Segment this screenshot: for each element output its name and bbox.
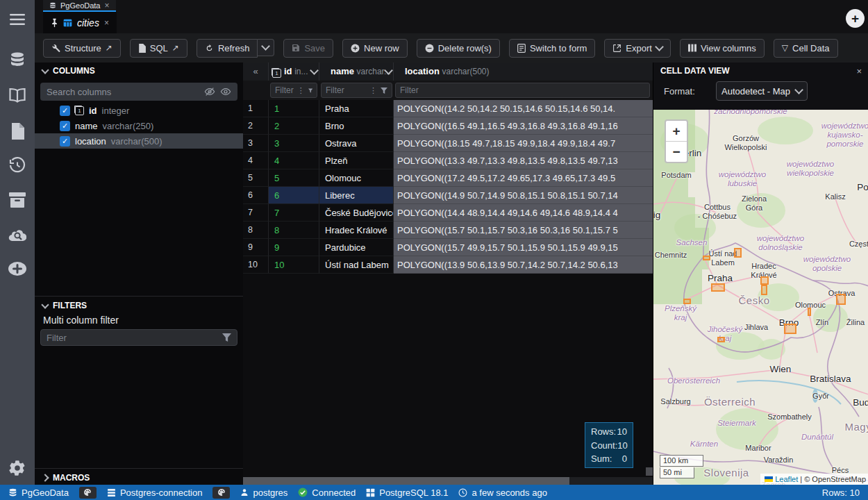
table-row[interactable]: 22BrnoPOLYGON((16.5 49.1,16.5 49.3,16.8 … xyxy=(243,117,653,135)
close-icon[interactable]: × xyxy=(104,1,109,10)
polygon-marker[interactable] xyxy=(711,283,725,292)
column-item-location[interactable]: ✓ location varchar(500) xyxy=(35,133,243,149)
leaflet-map[interactable]: zachodniopomorskieGorzów Wielkopolskiwoj… xyxy=(653,110,868,485)
search-columns-input[interactable]: Search columns xyxy=(40,83,237,101)
cell-id[interactable]: 3 xyxy=(269,135,319,152)
cell-name[interactable]: Brno xyxy=(319,117,394,135)
table-row[interactable]: 33OstravaPOLYGON((18.15 49.7,18.15 49.9,… xyxy=(243,135,653,152)
polygon-marker[interactable] xyxy=(836,294,846,305)
polygon-marker[interactable] xyxy=(703,256,710,260)
funnel-icon[interactable] xyxy=(308,88,312,94)
polygon-marker[interactable] xyxy=(760,276,769,285)
database-nav-icon[interactable] xyxy=(0,47,35,72)
polygon-marker[interactable] xyxy=(808,308,811,316)
checkbox-checked[interactable]: ✓ xyxy=(60,136,70,147)
settings-gear-icon[interactable] xyxy=(0,456,35,481)
connection-color-badge[interactable] xyxy=(212,487,230,499)
format-select[interactable]: Autodetect - Map xyxy=(716,81,808,101)
cell-name[interactable]: Plzeň xyxy=(319,152,394,169)
cell-id[interactable]: 9 xyxy=(269,239,319,256)
table-row[interactable]: 88Hradec KrálovéPOLYGON((15.7 50.1,15.7 … xyxy=(243,222,653,239)
cell-id[interactable]: 1 xyxy=(269,100,319,117)
cell-name[interactable]: Ostrava xyxy=(319,135,394,152)
save-button[interactable]: Save xyxy=(283,39,333,58)
checkbox-checked[interactable]: ✓ xyxy=(60,106,70,116)
cell-location[interactable]: POLYGON((15.7 50.1,15.7 50.3,16 50.3,16 … xyxy=(394,222,653,239)
macros-section-header[interactable]: MACROS xyxy=(35,469,243,486)
table-row[interactable]: 55OlomoucPOLYGON((17.2 49.5,17.2 49.65,1… xyxy=(243,169,653,187)
refresh-button[interactable]: Refresh xyxy=(197,39,258,58)
history-nav-icon[interactable] xyxy=(0,153,35,178)
table-row[interactable]: 11PrahaPOLYGON((14.2 50,14.2 50.15,14.6 … xyxy=(243,100,653,117)
cloud-search-nav-icon[interactable] xyxy=(0,222,35,247)
cell-name[interactable]: Praha xyxy=(319,100,394,117)
cell-location[interactable]: POLYGON((18.15 49.7,18.15 49.9,18.4 49.9… xyxy=(394,135,653,152)
file-nav-icon[interactable] xyxy=(0,119,35,144)
eye-icon[interactable] xyxy=(220,87,231,97)
kebab-menu-icon[interactable]: ⋮ xyxy=(369,86,377,95)
tab-table-cities[interactable]: cities × xyxy=(43,12,117,33)
polygon-marker[interactable] xyxy=(683,299,691,304)
status-user[interactable]: postgres xyxy=(240,488,287,498)
menu-hamburger-icon[interactable] xyxy=(0,7,35,32)
refresh-dropdown[interactable] xyxy=(258,39,274,56)
polygon-marker[interactable] xyxy=(717,337,725,342)
sql-button[interactable]: SQL ↗ xyxy=(130,39,187,58)
tab-database-pggeodata[interactable]: PgGeoData × xyxy=(43,0,116,12)
table-row[interactable]: 66LiberecPOLYGON((14.9 50.7,14.9 50.8,15… xyxy=(243,187,653,204)
filter-input-location[interactable]: Filter xyxy=(395,83,650,98)
view-columns-button[interactable]: View columns xyxy=(680,39,765,58)
funnel-icon[interactable] xyxy=(222,333,231,342)
column-item-name[interactable]: ✓ name varchar(250) xyxy=(35,118,243,133)
status-connection[interactable]: Postgres-connection xyxy=(107,488,203,498)
table-row[interactable]: 77České BudějovicePOLYGON((14.4 48.9,14.… xyxy=(243,204,653,222)
cell-location[interactable]: POLYGON((14.4 48.9,14.4 49,14.6 49,14.6 … xyxy=(394,204,653,222)
cell-id[interactable]: 7 xyxy=(269,204,319,222)
cell-id[interactable]: 8 xyxy=(269,222,319,239)
cell-name[interactable]: Pardubice xyxy=(319,239,394,256)
cell-name[interactable]: Liberec xyxy=(319,187,394,204)
status-connected[interactable]: Connected xyxy=(298,488,356,498)
cell-location[interactable]: POLYGON((13.3 49.7,13.3 49.8,13.5 49.8,1… xyxy=(394,152,653,169)
cell-name[interactable]: České Budějovice xyxy=(319,204,394,222)
cell-name[interactable]: Ústí nad Labem xyxy=(319,256,394,274)
cell-location[interactable]: POLYGON((16.5 49.1,16.5 49.3,16.8 49.3,1… xyxy=(394,117,653,135)
table-row[interactable]: 99PardubicePOLYGON((15.7 49.9,15.7 50.1,… xyxy=(243,239,653,256)
new-tab-button[interactable]: + xyxy=(846,9,865,28)
cell-location[interactable]: POLYGON((15.7 49.9,15.7 50.1,15.9 50.1,1… xyxy=(394,239,653,256)
filter-input-name[interactable]: Filter ⋮ xyxy=(321,83,392,98)
osm-attribution[interactable]: | © OpenStreetMap xyxy=(800,475,866,483)
polygon-marker[interactable] xyxy=(784,324,796,334)
vertical-scrollbar[interactable] xyxy=(646,467,653,476)
close-icon[interactable]: × xyxy=(856,66,862,76)
cell-id[interactable]: 6 xyxy=(269,187,319,204)
table-row[interactable]: 44PlzeňPOLYGON((13.3 49.7,13.3 49.8,13.5… xyxy=(243,152,653,169)
filter-input-id[interactable]: Filter ⋮ xyxy=(270,83,317,98)
checkbox-checked[interactable]: ✓ xyxy=(60,121,70,131)
polygon-marker[interactable] xyxy=(734,248,742,258)
close-icon[interactable]: × xyxy=(104,18,109,28)
delete-rows-button[interactable]: Delete row(s) xyxy=(417,39,500,58)
switch-to-form-button[interactable]: Switch to form xyxy=(509,39,595,58)
filters-section-header[interactable]: FILTERS xyxy=(35,297,243,314)
archive-nav-icon[interactable] xyxy=(0,188,35,212)
polygon-marker[interactable] xyxy=(761,285,767,295)
structure-button[interactable]: Structure ↗ xyxy=(43,39,121,58)
funnel-icon[interactable] xyxy=(381,88,387,94)
collapse-columns-button[interactable]: « xyxy=(243,62,269,81)
status-version[interactable]: PostgreSQL 18.1 xyxy=(366,488,448,498)
zoom-in-button[interactable]: + xyxy=(666,121,687,142)
table-row[interactable]: 1010Ústí nad LabemPOLYGON((13.9 50.6,13.… xyxy=(243,256,653,274)
cell-name[interactable]: Olomouc xyxy=(319,169,394,187)
cell-id[interactable]: 4 xyxy=(269,152,319,169)
database-color-badge[interactable] xyxy=(79,487,97,499)
status-database[interactable]: PgGeoData xyxy=(8,488,69,498)
zoom-out-button[interactable]: − xyxy=(666,142,687,162)
columns-section-header[interactable]: COLUMNS xyxy=(35,62,243,79)
cell-location[interactable]: POLYGON((17.2 49.5,17.2 49.65,17.3 49.65… xyxy=(394,169,653,187)
add-connection-icon[interactable] xyxy=(0,256,35,281)
cell-id[interactable]: 10 xyxy=(269,256,319,274)
leaflet-link[interactable]: Leaflet xyxy=(775,475,798,483)
horizontal-scrollbar[interactable] xyxy=(243,477,653,485)
column-header-name[interactable]: name varchar... xyxy=(319,62,394,81)
